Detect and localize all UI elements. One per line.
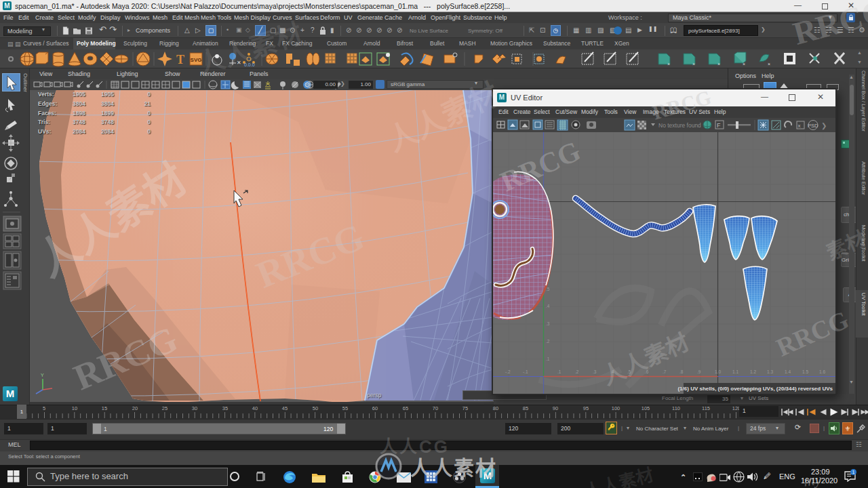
svg-text:40: 40 <box>252 405 258 411</box>
svg-text:❯: ❯ <box>821 122 827 130</box>
svg-text:50: 50 <box>313 405 318 411</box>
svg-text:90: 90 <box>553 405 558 411</box>
svg-text:x: x <box>798 123 801 129</box>
svg-text:60: 60 <box>372 405 378 411</box>
svg-text:×: × <box>743 62 745 66</box>
svg-text:10: 10 <box>72 405 77 411</box>
svg-text:30: 30 <box>192 405 197 411</box>
svg-text:25: 25 <box>162 405 167 411</box>
svg-text:85: 85 <box>523 405 528 411</box>
svg-text:1: 1 <box>20 409 24 415</box>
svg-text:35: 35 <box>222 405 228 411</box>
svg-text:110: 110 <box>672 405 680 411</box>
svg-text:SVG: SVG <box>191 57 202 63</box>
svg-text:PSD: PSD <box>808 123 818 129</box>
svg-text:F: F <box>717 122 721 129</box>
svg-text:×: × <box>667 62 670 66</box>
svg-text:75: 75 <box>462 405 468 411</box>
svg-text:100: 100 <box>612 405 620 411</box>
svg-text:65: 65 <box>403 405 408 411</box>
svg-text:No texture found: No texture found <box>658 122 701 129</box>
svg-text:80: 80 <box>493 405 498 411</box>
svg-text:×: × <box>692 62 695 66</box>
svg-text:Y: Y <box>41 373 44 378</box>
svg-text:×: × <box>768 62 770 66</box>
svg-text:T: T <box>176 53 184 66</box>
svg-text:✕: ✕ <box>237 60 241 66</box>
svg-text:15: 15 <box>102 405 107 411</box>
svg-text:70: 70 <box>433 405 438 411</box>
svg-text:0.0.0: 0.0.0 <box>244 62 255 67</box>
svg-text:105: 105 <box>642 405 650 411</box>
svg-text:×: × <box>717 62 720 66</box>
svg-text:(1/6) UV shells, (0/0) overlap: (1/6) UV shells, (0/0) overlapping UVs, … <box>677 386 833 392</box>
svg-text:20: 20 <box>132 405 138 411</box>
svg-text:45: 45 <box>282 405 288 411</box>
svg-text:95: 95 <box>583 405 589 411</box>
svg-text:115: 115 <box>702 405 710 411</box>
svg-text:55: 55 <box>342 405 348 411</box>
svg-text:5: 5 <box>43 405 45 411</box>
